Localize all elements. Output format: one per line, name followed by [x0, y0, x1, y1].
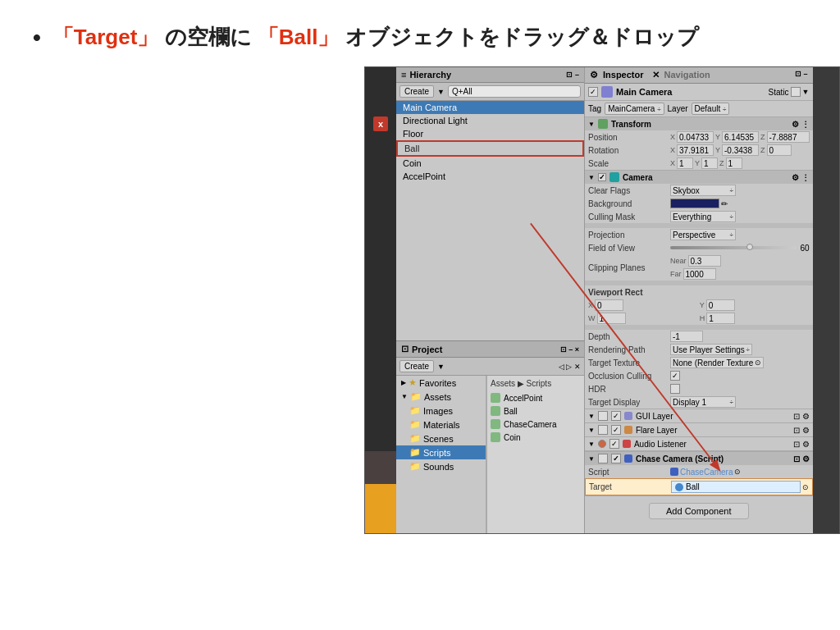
asset-ball[interactable]: Ball: [491, 404, 581, 418]
folder-materials-icon: 📁: [409, 419, 421, 430]
vx-input[interactable]: [595, 299, 623, 311]
asset-accelpoint[interactable]: AccelPoint: [491, 391, 581, 404]
add-component-btn[interactable]: Add Component: [649, 503, 749, 519]
culling-mask-value: Everything: [673, 212, 711, 221]
sx-label: X: [670, 159, 675, 167]
scale-z[interactable]: [726, 158, 742, 169]
hierarchy-item-main-camera[interactable]: Main Camera: [396, 101, 584, 114]
asset-coin[interactable]: Coin: [491, 431, 581, 444]
tag-arrow: ÷: [657, 106, 660, 113]
tree-assets[interactable]: ▼ 📁 Assets: [396, 390, 486, 404]
target-display-select[interactable]: Display 1 ÷: [670, 396, 736, 408]
target-circle[interactable]: ⊙: [802, 483, 809, 491]
static-dropdown[interactable]: ▼: [802, 88, 810, 96]
flare-active[interactable]: [598, 425, 608, 435]
position-y[interactable]: [722, 131, 759, 143]
asset-chasecamera[interactable]: ChaseCamera: [491, 418, 581, 431]
target-display-arrow: ÷: [730, 399, 733, 406]
tree-favorites[interactable]: ▶ ★ Favorites: [396, 376, 486, 390]
tree-materials[interactable]: 📁 Materials: [396, 418, 486, 431]
rx-label: X: [670, 146, 675, 154]
target-value: Ball: [686, 482, 700, 491]
depth-input[interactable]: [670, 331, 703, 342]
hierarchy-item-coin[interactable]: Coin: [396, 157, 584, 170]
camera-active[interactable]: [598, 173, 606, 181]
vy-input[interactable]: [706, 299, 735, 311]
hierarchy-item-floor[interactable]: Floor: [396, 127, 584, 140]
target-texture-label: Target Texture: [588, 358, 670, 368]
slider-thumb[interactable]: [746, 244, 753, 250]
projection-select[interactable]: Perspective ÷: [670, 229, 736, 240]
culling-mask-row: Culling Mask Everything ÷: [585, 210, 813, 223]
rendering-select[interactable]: Use Player Settings ÷: [670, 344, 752, 355]
position-row: Position X Y Z: [585, 130, 813, 144]
gui-enabled[interactable]: [611, 411, 621, 421]
tag-select[interactable]: MainCamera ÷: [605, 103, 664, 115]
near-input[interactable]: [688, 255, 721, 267]
tree-images[interactable]: 📁 Images: [396, 404, 486, 418]
gui-gear[interactable]: ⊡ ⚙: [793, 412, 810, 421]
inspector-panel: ⚙ Inspector ✕ Navigation ⊡ – Main Camera…: [585, 67, 813, 533]
folder-images-icon: 📁: [409, 405, 421, 416]
audio-gear[interactable]: ⊡ ⚙: [793, 440, 810, 449]
chase-active[interactable]: [598, 454, 608, 463]
vw-label: W: [588, 314, 596, 322]
tree-scenes[interactable]: 📁 Scenes: [396, 431, 486, 445]
hierarchy-search[interactable]: Q+All: [448, 85, 581, 98]
hdr-checkbox[interactable]: [670, 384, 680, 394]
occlusion-checkbox[interactable]: [670, 371, 680, 381]
navigation-tab[interactable]: Navigation: [664, 70, 710, 80]
culling-mask-select[interactable]: Everything ÷: [670, 211, 736, 222]
transform-header[interactable]: ▼ Transform ⚙ ⋮: [585, 117, 813, 130]
scale-x[interactable]: [677, 158, 693, 169]
rotation-x[interactable]: [677, 144, 714, 156]
scale-y[interactable]: [701, 158, 718, 169]
assets-label: Assets: [424, 392, 451, 402]
fov-slider[interactable]: [670, 246, 797, 249]
camera-gear[interactable]: ⚙ ⋮: [792, 173, 810, 182]
gui-active[interactable]: [598, 411, 608, 421]
assets-area: Assets ▶ Scripts AccelPoint Ball Ch: [486, 376, 584, 533]
background-color[interactable]: [670, 199, 719, 208]
project-create-btn[interactable]: Create: [399, 360, 434, 372]
hierarchy-item-ball[interactable]: Ball: [396, 140, 584, 157]
target-input-field[interactable]: Ball: [671, 481, 801, 493]
rotation-y[interactable]: [722, 144, 759, 156]
hierarchy-item-accelpoint[interactable]: AccelPoint: [396, 170, 584, 183]
tree-scripts[interactable]: 📁 Scripts: [396, 445, 486, 459]
hierarchy-item-directional-light[interactable]: Directional Light: [396, 114, 584, 127]
vw-input[interactable]: [597, 313, 626, 324]
position-z[interactable]: [767, 131, 810, 143]
chase-icon: [624, 454, 632, 463]
chase-camera-header[interactable]: ▼ Chase Camera (Script) ⊡ ⚙: [585, 452, 813, 465]
hierarchy-create-btn[interactable]: Create: [399, 85, 434, 98]
hierarchy-controls: ⊡ –: [566, 71, 579, 79]
transform-gear[interactable]: ⚙ ⋮: [792, 120, 810, 129]
static-group: Static ▼: [769, 87, 810, 97]
rotation-z[interactable]: [767, 144, 792, 156]
chase-gear[interactable]: ⊡ ⚙: [793, 454, 810, 463]
gui-icon: [624, 412, 632, 420]
audio-active[interactable]: [598, 440, 606, 448]
target-texture-select[interactable]: None (Render Texture ⊙: [670, 357, 764, 368]
vh-input[interactable]: [706, 313, 735, 324]
inspector-tab[interactable]: Inspector: [603, 70, 644, 80]
target-texture-circle[interactable]: ⊙: [755, 358, 761, 367]
occlusion-label: Occlusion Culling: [588, 372, 670, 381]
tree-sounds[interactable]: 📁 Sounds: [396, 459, 486, 473]
script-circle[interactable]: ⊙: [734, 468, 741, 476]
far-input[interactable]: [683, 268, 716, 280]
chase-enabled[interactable]: [611, 454, 621, 463]
static-checkbox[interactable]: [791, 87, 801, 97]
clear-flags-select[interactable]: Skybox ÷: [670, 185, 736, 196]
object-active-checkbox[interactable]: [588, 87, 598, 97]
flare-gear[interactable]: ⊡ ⚙: [793, 426, 810, 435]
position-x[interactable]: [677, 131, 714, 143]
audio-enabled[interactable]: [609, 439, 619, 449]
x-button[interactable]: x: [373, 116, 388, 131]
flare-enabled[interactable]: [611, 425, 621, 435]
color-picker-icon[interactable]: ✏: [721, 199, 728, 208]
layer-select[interactable]: Default ÷: [692, 103, 730, 115]
clear-flags-label: Clear Flags: [588, 186, 670, 195]
camera-header[interactable]: ▼ Camera ⚙ ⋮: [585, 171, 813, 184]
